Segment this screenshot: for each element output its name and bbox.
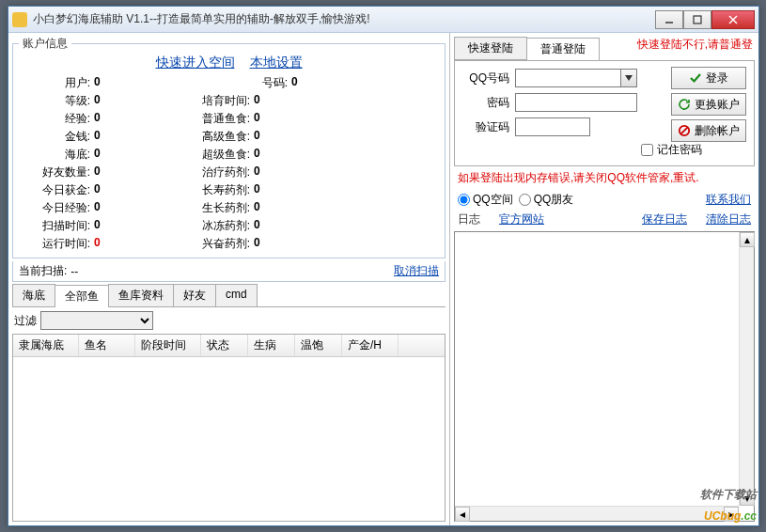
account-legend: 账户信息 bbox=[19, 36, 71, 52]
stat-row: 金钱:0 bbox=[19, 129, 179, 145]
column-header[interactable]: 阶段时间 bbox=[135, 335, 201, 356]
stat-value: 0 bbox=[254, 200, 260, 216]
login-tab-0[interactable]: 快速登陆 bbox=[454, 37, 527, 60]
login-tab-note: 快速登陆不行,请普通登 bbox=[637, 33, 758, 60]
login-tab-1[interactable]: 普通登陆 bbox=[526, 38, 600, 61]
minimize-button[interactable] bbox=[655, 10, 683, 29]
stat-label: 金钱: bbox=[19, 129, 94, 145]
delete-account-button[interactable]: 删除帐户 bbox=[671, 119, 746, 142]
tab-2[interactable]: 鱼库资料 bbox=[108, 284, 174, 306]
scroll-up-button[interactable]: ▴ bbox=[740, 232, 755, 247]
tab-1[interactable]: 全部鱼 bbox=[55, 285, 109, 307]
column-header[interactable]: 状态 bbox=[201, 335, 248, 356]
titlebar: 小白梦幻海底辅助 V1.1--打造最简单实用的辅助-解放双手,愉快游戏! bbox=[8, 7, 758, 33]
scroll-right-button[interactable]: ▸ bbox=[724, 507, 739, 522]
stat-value: 0 bbox=[94, 200, 101, 216]
stat-value: 0 bbox=[94, 164, 101, 180]
qq-friend-radio[interactable]: QQ朋友 bbox=[519, 192, 574, 208]
stat-row: 今日经验:0 bbox=[19, 200, 179, 216]
qq-dropdown-button[interactable] bbox=[620, 69, 637, 87]
stat-label: 生长药剂: bbox=[179, 200, 254, 216]
stat-label: 扫描时间: bbox=[19, 218, 94, 234]
qq-label: QQ号码 bbox=[462, 70, 515, 86]
app-icon bbox=[12, 12, 27, 27]
svg-rect-1 bbox=[694, 16, 701, 23]
vertical-scrollbar[interactable]: ▴ ▾ bbox=[739, 232, 754, 506]
contact-us-link[interactable]: 联系我们 bbox=[706, 192, 751, 208]
stat-value: 0 bbox=[254, 111, 260, 127]
scan-status-row: 当前扫描: -- 取消扫描 bbox=[12, 261, 446, 282]
stat-value: 0 bbox=[94, 93, 101, 109]
stat-row: 兴奋药剂:0 bbox=[179, 236, 439, 252]
log-textarea[interactable]: ▴ ▾ ◂ ▸ bbox=[454, 231, 755, 522]
tab-0[interactable]: 海底 bbox=[12, 284, 55, 306]
official-site-link[interactable]: 官方网站 bbox=[499, 211, 544, 227]
stat-label: 兴奋药剂: bbox=[179, 236, 254, 252]
stat-row: 冰冻药剂:0 bbox=[179, 218, 439, 234]
stat-row: 普通鱼食:0 bbox=[179, 111, 439, 127]
login-button[interactable]: 登录 bbox=[671, 67, 746, 89]
password-input[interactable] bbox=[515, 93, 637, 112]
stat-label: 好友数量: bbox=[19, 164, 94, 180]
save-log-link[interactable]: 保存日志 bbox=[642, 211, 687, 227]
stat-value: 0 bbox=[94, 129, 101, 145]
stat-label: 海底: bbox=[19, 147, 94, 163]
stat-label: 运行时间: bbox=[19, 236, 94, 252]
stat-label: 普通鱼食: bbox=[179, 111, 254, 127]
stat-row: 培育时间:0 bbox=[179, 93, 439, 109]
scroll-left-button[interactable]: ◂ bbox=[455, 507, 470, 522]
log-label: 日志 bbox=[458, 211, 480, 227]
check-icon bbox=[689, 71, 702, 85]
scan-value: -- bbox=[70, 265, 394, 278]
stat-label: 高级鱼食: bbox=[179, 129, 254, 145]
stat-value: 0 bbox=[94, 182, 101, 198]
stat-row: 号码:0 bbox=[179, 75, 439, 91]
stat-label: 超级鱼食: bbox=[179, 147, 254, 163]
stat-row: 等级:0 bbox=[19, 93, 179, 109]
cancel-scan-link[interactable]: 取消扫描 bbox=[394, 263, 439, 279]
column-header[interactable]: 生病 bbox=[248, 335, 295, 356]
stat-label: 今日经验: bbox=[19, 200, 94, 216]
stat-row: 高级鱼食:0 bbox=[179, 129, 439, 145]
filter-label: 过滤 bbox=[14, 313, 37, 329]
local-settings-link[interactable]: 本地设置 bbox=[250, 55, 303, 71]
stat-value: 0 bbox=[94, 236, 101, 252]
qq-input[interactable] bbox=[515, 69, 620, 87]
column-header[interactable]: 产金/H bbox=[342, 335, 399, 356]
remember-password-checkbox[interactable]: 记住密码 bbox=[641, 142, 746, 158]
quick-enter-space-link[interactable]: 快速进入空间 bbox=[156, 55, 235, 71]
stat-row: 今日获金:0 bbox=[19, 182, 179, 198]
tab-4[interactable]: cmd bbox=[215, 284, 258, 306]
captcha-input[interactable] bbox=[515, 117, 590, 136]
account-info-group: 账户信息 快速进入空间 本地设置 用户:0等级:0经验:0金钱:0海底:0好友数… bbox=[12, 36, 446, 258]
stat-row: 海底:0 bbox=[19, 147, 179, 163]
login-error-text: 如果登陆出现内存错误,请关闭QQ软件管家,重试. bbox=[458, 170, 751, 186]
stat-value: 0 bbox=[94, 75, 101, 91]
close-button[interactable] bbox=[711, 10, 755, 29]
maximize-button[interactable] bbox=[683, 10, 711, 29]
switch-account-button[interactable]: 更换账户 bbox=[671, 93, 746, 116]
stat-value: 0 bbox=[254, 147, 260, 163]
column-header[interactable]: 鱼名 bbox=[79, 335, 135, 356]
stat-row: 用户:0 bbox=[19, 75, 179, 91]
stat-label: 今日获金: bbox=[19, 182, 94, 198]
stat-label: 等级: bbox=[19, 93, 94, 109]
qq-space-radio[interactable]: QQ空间 bbox=[458, 192, 513, 208]
stat-value: 0 bbox=[254, 93, 260, 109]
stat-label: 经验: bbox=[19, 111, 94, 127]
forbidden-icon bbox=[678, 124, 691, 137]
scroll-down-button[interactable]: ▾ bbox=[740, 491, 755, 506]
stat-value: 0 bbox=[254, 218, 260, 234]
stat-row: 长寿药剂:0 bbox=[179, 182, 439, 198]
column-header[interactable]: 隶属海底 bbox=[13, 335, 79, 356]
stat-label: 用户: bbox=[19, 75, 94, 91]
horizontal-scrollbar[interactable]: ◂ ▸ bbox=[455, 506, 739, 521]
filter-select[interactable] bbox=[40, 311, 153, 330]
clear-log-link[interactable]: 清除日志 bbox=[706, 211, 751, 227]
tab-3[interactable]: 好友 bbox=[173, 284, 216, 306]
stat-row: 超级鱼食:0 bbox=[179, 147, 439, 163]
stat-value: 0 bbox=[94, 218, 101, 234]
column-header[interactable]: 温饱 bbox=[295, 335, 342, 356]
stat-value: 0 bbox=[254, 164, 260, 180]
stat-label: 培育时间: bbox=[179, 93, 254, 109]
